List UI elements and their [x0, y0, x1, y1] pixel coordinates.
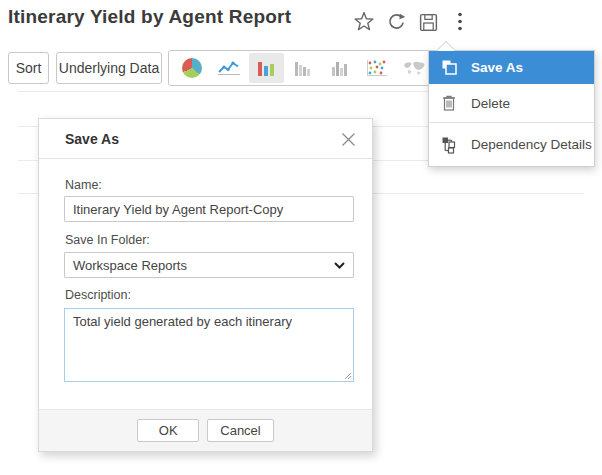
menu-item-label: Delete — [471, 96, 510, 111]
mixed-bar-chart-icon[interactable] — [322, 53, 357, 83]
menu-item-delete[interactable]: Delete — [429, 84, 594, 122]
cancel-button[interactable]: Cancel — [207, 419, 273, 442]
folder-select[interactable]: Workspace Reports — [64, 252, 354, 278]
folder-selected-value: Workspace Reports — [73, 258, 334, 273]
menu-item-save-as[interactable]: Save As — [429, 51, 594, 84]
favorite-star-icon[interactable] — [352, 10, 376, 34]
close-icon[interactable] — [338, 129, 358, 149]
sort-button[interactable]: Sort — [8, 52, 49, 84]
menu-item-label: Save As — [471, 60, 523, 75]
page-title: Itinerary Yield by Agent Report — [8, 6, 291, 28]
resize-grip-icon[interactable] — [343, 371, 352, 380]
scatter-plot-icon[interactable] — [359, 53, 394, 83]
menu-item-label: Dependency Details — [471, 137, 592, 152]
dialog-footer: OK Cancel — [39, 409, 372, 451]
pie-chart-glyph — [182, 58, 202, 78]
name-input[interactable] — [64, 196, 354, 222]
grouped-bar-chart-icon[interactable] — [286, 53, 321, 83]
refresh-icon[interactable] — [384, 10, 408, 34]
description-textarea[interactable]: Total yield generated by each itinerary — [64, 308, 354, 382]
copy-icon — [441, 59, 471, 76]
description-field-wrap: Total yield generated by each itinerary — [64, 308, 354, 382]
description-label: Description: — [65, 288, 131, 302]
dialog-header: Save As — [39, 119, 372, 159]
name-label: Name: — [65, 178, 102, 192]
trash-icon — [441, 94, 471, 112]
save-as-dialog: Save As Name: Save In Folder: Workspace … — [38, 118, 373, 452]
more-options-menu: Save As Delete — [428, 50, 595, 167]
bar-chart-icon[interactable] — [249, 53, 284, 83]
pie-chart-icon[interactable] — [175, 53, 210, 83]
chart-type-toolbar — [168, 50, 438, 86]
dependency-icon — [441, 136, 471, 154]
folder-label: Save In Folder: — [65, 233, 150, 247]
line-chart-icon[interactable] — [212, 53, 247, 83]
map-chart-icon[interactable] — [396, 53, 431, 83]
kebab-menu-icon[interactable] — [448, 10, 472, 34]
save-icon[interactable] — [416, 10, 440, 34]
dialog-title: Save As — [65, 131, 119, 147]
underlying-data-button[interactable]: Underlying Data — [56, 52, 162, 84]
title-action-icons — [352, 9, 472, 35]
chevron-down-icon — [334, 262, 345, 269]
ok-button[interactable]: OK — [137, 419, 199, 442]
menu-item-dependency-details[interactable]: Dependency Details — [429, 123, 594, 166]
